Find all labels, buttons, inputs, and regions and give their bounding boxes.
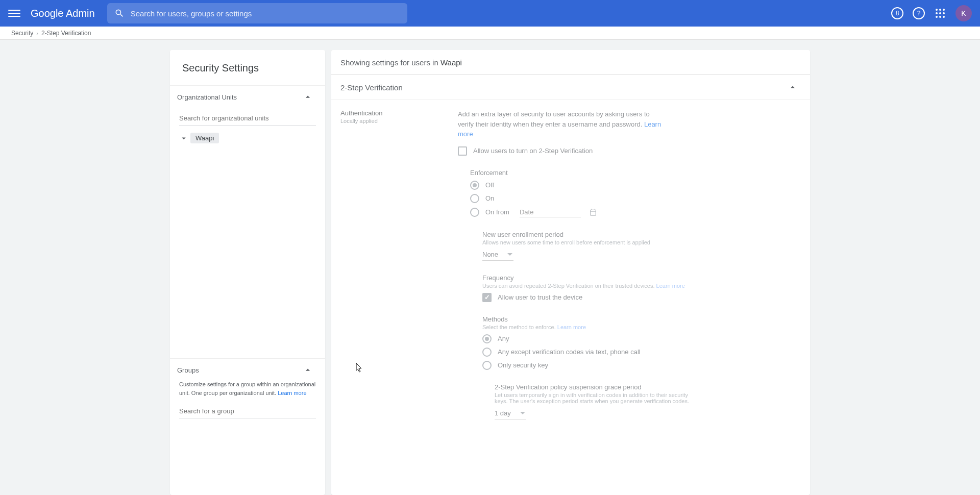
- trust-device-checkbox[interactable]: [482, 293, 492, 302]
- enrollment-select[interactable]: None: [482, 249, 513, 261]
- frequency-title: Frequency: [482, 274, 801, 282]
- global-search[interactable]: [107, 3, 407, 23]
- enforcement-title: Enforcement: [470, 169, 801, 177]
- ou-heading: Organizational Units: [177, 93, 237, 101]
- grace-value: 1 day: [495, 409, 511, 417]
- help-icon[interactable]: ?: [913, 7, 925, 19]
- methods-group: Methods Select the method to enforce. Le…: [482, 315, 801, 370]
- group-search-input[interactable]: [179, 404, 316, 418]
- notifications-badge[interactable]: 8: [891, 7, 903, 19]
- frequency-group: Frequency Users can avoid repeated 2-Ste…: [482, 274, 801, 302]
- side-panel: Security Settings Organizational Units W…: [170, 50, 325, 495]
- app-header: Google Admin 8 ? K: [0, 0, 980, 27]
- search-icon: [114, 8, 125, 18]
- intro-text: Add an extra layer of security to user a…: [458, 109, 662, 139]
- section-title: 2-Step Verification: [340, 83, 403, 92]
- method-any-row[interactable]: Any: [482, 334, 801, 343]
- section-header[interactable]: 2-Step Verification: [331, 75, 810, 100]
- ou-tree: Waapi: [170, 131, 325, 143]
- groups-learn-more-link[interactable]: Learn more: [278, 390, 306, 396]
- grace-sub: Let users temporarily sign in with verif…: [495, 392, 699, 404]
- groups-hint: Customize settings for a group within an…: [170, 380, 325, 400]
- page-title: Security Settings: [170, 50, 325, 85]
- method-keyonly-label: Only security key: [498, 361, 548, 369]
- menu-icon[interactable]: [8, 7, 20, 19]
- method-except-row[interactable]: Any except verification codes via text, …: [482, 348, 801, 357]
- enforcement-group: Enforcement Off On On from: [470, 169, 801, 217]
- main-stage: Security Settings Organizational Units W…: [0, 40, 980, 495]
- trust-device-label: Allow user to trust the device: [498, 293, 582, 301]
- enrollment-group: New user enrollment period Allows new us…: [482, 231, 801, 261]
- enrollment-title: New user enrollment period: [482, 231, 801, 238]
- enforcement-off-label: Off: [485, 181, 494, 189]
- ou-root-item[interactable]: Waapi: [179, 133, 316, 143]
- enforcement-on-radio[interactable]: [470, 194, 479, 203]
- method-any-label: Any: [498, 335, 509, 342]
- method-keyonly-row[interactable]: Only security key: [482, 361, 801, 370]
- search-input[interactable]: [131, 9, 400, 18]
- enforcement-onfrom-radio[interactable]: [470, 208, 479, 217]
- app-logo[interactable]: Google Admin: [31, 8, 95, 19]
- breadcrumb-current: 2-Step Verification: [41, 30, 91, 37]
- calendar-icon[interactable]: [589, 208, 597, 216]
- ou-search-input[interactable]: [179, 111, 316, 126]
- auth-heading: Authentication: [340, 109, 448, 117]
- method-except-radio[interactable]: [482, 348, 492, 357]
- methods-sub: Select the method to enforce. Learn more: [482, 324, 801, 330]
- dropdown-arrow-icon: [520, 412, 525, 414]
- breadcrumb: Security › 2-Step Verification: [0, 27, 980, 40]
- section-body: Authentication Locally applied Add an ex…: [331, 100, 810, 425]
- frequency-sub: Users can avoid repeated 2-Step Verifica…: [482, 283, 801, 289]
- triangle-down-icon[interactable]: [179, 134, 188, 143]
- enforcement-onfrom-row[interactable]: On from: [470, 207, 801, 217]
- chevron-right-icon: ›: [36, 30, 38, 36]
- enrollment-sub: Allows new users some time to enroll bef…: [482, 239, 801, 245]
- methods-title: Methods: [482, 315, 801, 323]
- methods-learn-more-link[interactable]: Learn more: [557, 324, 586, 330]
- method-keyonly-radio[interactable]: [482, 361, 492, 370]
- method-any-radio[interactable]: [482, 334, 492, 343]
- scope-bar: Showing settings for users in Waapi: [331, 50, 810, 75]
- groups-heading: Groups: [177, 366, 199, 374]
- enforcement-onfrom-label: On from: [485, 208, 509, 216]
- enforcement-on-row[interactable]: On: [470, 194, 801, 203]
- method-except-label: Any except verification codes via text, …: [498, 348, 641, 356]
- apps-icon[interactable]: [934, 7, 946, 19]
- allow-2sv-checkbox[interactable]: [458, 146, 467, 156]
- enrollment-value: None: [482, 251, 498, 258]
- scope-org: Waapi: [440, 58, 462, 67]
- groups-section-toggle[interactable]: Groups: [170, 358, 325, 380]
- ou-section-toggle[interactable]: Organizational Units: [170, 85, 325, 107]
- allow-2sv-row[interactable]: Allow users to turn on 2-Step Verificati…: [458, 146, 801, 156]
- enforcement-date-input[interactable]: [520, 207, 581, 217]
- grace-group: 2-Step Verification policy suspension gr…: [495, 383, 801, 419]
- chevron-up-icon: [788, 82, 798, 92]
- enforcement-off-radio[interactable]: [470, 181, 479, 190]
- account-avatar[interactable]: K: [955, 5, 972, 21]
- chevron-up-icon: [303, 92, 313, 102]
- breadcrumb-parent[interactable]: Security: [11, 30, 33, 37]
- trust-device-row[interactable]: Allow user to trust the device: [482, 293, 801, 302]
- frequency-learn-more-link[interactable]: Learn more: [656, 283, 685, 289]
- main-panel: Showing settings for users in Waapi 2-St…: [331, 50, 810, 495]
- allow-2sv-label: Allow users to turn on 2-Step Verificati…: [473, 147, 593, 155]
- setting-controls-column: Add an extra layer of security to user a…: [458, 109, 801, 419]
- grace-select[interactable]: 1 day: [495, 407, 526, 419]
- chevron-up-icon: [303, 365, 313, 375]
- ou-chip[interactable]: Waapi: [190, 133, 219, 143]
- header-actions: 8 ? K: [891, 5, 972, 21]
- mouse-cursor-icon: [356, 363, 363, 373]
- enforcement-on-label: On: [485, 194, 494, 202]
- dropdown-arrow-icon: [507, 253, 512, 256]
- enforcement-off-row[interactable]: Off: [470, 181, 801, 190]
- grace-title: 2-Step Verification policy suspension gr…: [495, 383, 801, 391]
- auth-scope-label: Locally applied: [340, 118, 448, 124]
